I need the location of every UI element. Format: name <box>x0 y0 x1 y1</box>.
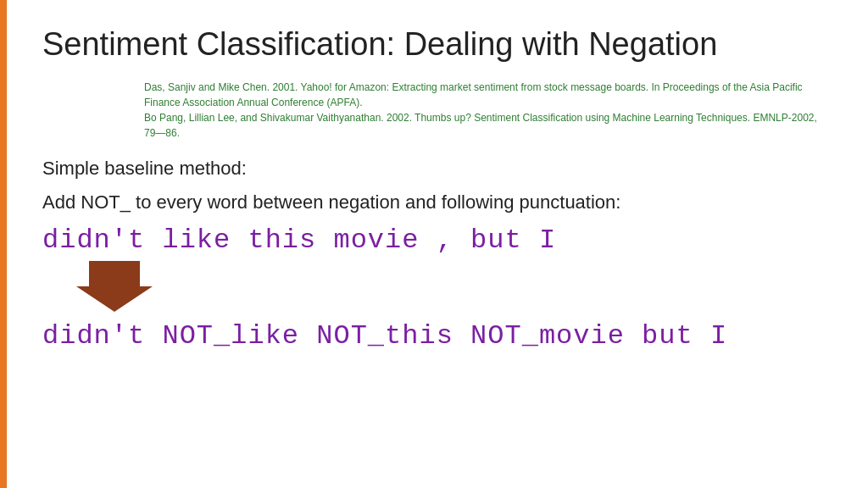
slide: Sentiment Classification: Dealing with N… <box>0 0 868 488</box>
reference-2: Bo Pang, Lillian Lee, and Shivakumar Vai… <box>144 110 826 141</box>
baseline-label: Simple baseline method: <box>42 156 826 182</box>
method-description: Add NOT_ to every word between negation … <box>42 190 826 216</box>
orange-bar <box>0 0 7 488</box>
reference-1: Das, Sanjiv and Mike Chen. 2001. Yahoo! … <box>144 80 826 110</box>
arrow-container <box>76 261 826 312</box>
down-arrow-icon <box>76 261 153 312</box>
example-before: didn't like this movie , but I <box>42 225 826 256</box>
example-after: didn't NOT_like NOT_this NOT_movie but I <box>42 320 826 352</box>
references-block: Das, Sanjiv and Mike Chen. 2001. Yahoo! … <box>144 80 826 141</box>
slide-title: Sentiment Classification: Dealing with N… <box>42 25 826 64</box>
svg-marker-0 <box>76 261 153 312</box>
